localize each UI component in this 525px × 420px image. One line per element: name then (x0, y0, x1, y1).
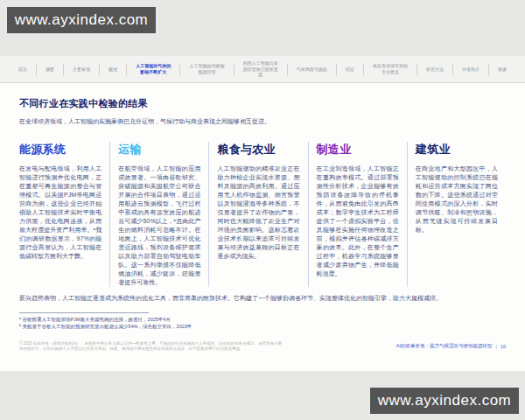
nav-divider (179, 64, 180, 75)
top-navigation: 前言 摘要 主要发现 概述 人工智能对气候的影响不断扩大 人工智能如何赋能能源转… (0, 56, 525, 83)
footnote-a: ᵃ 谷歌部署人工智能加快PJM最大美国电网的连接，路透社，2025年4月 (19, 317, 506, 324)
page-background: 前言 摘要 主要发现 概述 人工智能对气候的影响不断扩大 人工智能如何赋能能源转… (0, 0, 525, 420)
page-number: 10 (500, 344, 506, 349)
nav-tab-key-findings[interactable]: 主要发现 (70, 65, 93, 74)
nav-divider (336, 64, 337, 75)
column-body-energy: 在发电与配电领域，利用人工智能进行预测并优化电网，正在重塑可再生能源的整合与管理… (19, 164, 102, 261)
nav-tab-ai-climate-impact[interactable]: 人工智能对气候的影响不断扩大 (133, 61, 173, 77)
page-subtitle: 在全球经济领域，人工智能的实施案例已充分证明，气候行动与商业表现之间能够相互促进… (19, 117, 506, 126)
column-transport: 运输 在航空领域，人工智能的应用成效显著。一项由谷歌研究、突破能源和美国航空公司… (109, 142, 208, 287)
nav-tab-summary[interactable]: 摘要 (43, 65, 57, 74)
footnote-rule (19, 312, 149, 313)
column-body-manufacturing: 在工业制造领域，人工智能正在重构效率模式。通过部署预测性分析技术，企业能够有效预… (317, 164, 399, 278)
nav-divider (234, 64, 234, 75)
column-title-construction: 建筑业 (416, 142, 498, 158)
nav-divider (488, 64, 489, 75)
nav-divider (416, 64, 417, 75)
nav-tab-authors[interactable]: 作者简介 (459, 65, 482, 74)
column-food-agriculture: 粮食与农业 人工智能驱动的精准农业正在助力种植企业实现水资源、肥料及能源的高效利… (208, 142, 307, 287)
nav-tab-expert-opinions[interactable]: 来自各领域专家的专业意见 (370, 61, 410, 77)
column-title-manufacturing: 制造业 (317, 142, 399, 158)
nav-tab-acknowledgements[interactable]: 致谢 (495, 65, 509, 74)
watermark-top-left: www.ayxindex.com (7, 7, 156, 33)
nav-tab-methodology[interactable]: 研究方法 (424, 65, 446, 74)
page-title: 不同行业在实践中检验的结果 (19, 97, 506, 110)
industry-columns: 能源系统 在发电与配电领域，利用人工智能进行预测并优化电网，正在重塑可再生能源的… (19, 142, 506, 287)
nav-divider (126, 64, 127, 75)
column-title-agriculture: 粮食与农业 (217, 142, 299, 158)
nav-tab-ai-national-commitments[interactable]: 利用人工智能与资源转型执行国家意愿 (241, 59, 281, 80)
footnote-b: ᵇ 美航基于谷歌人工智能的预测研究显示航迹云减少54%，绿色航空资讯，2023年 (19, 324, 506, 331)
nav-divider (363, 64, 364, 75)
nav-divider (36, 64, 37, 75)
nav-divider (287, 64, 288, 75)
column-title-energy: 能源系统 (19, 142, 102, 158)
report-page: 不同行业在实践中检验的结果 在全球经济领域，人工智能的实施案例已充分证明，气候行… (0, 83, 525, 371)
footnotes: ᵃ 谷歌部署人工智能加快PJM最大美国电网的连接，路透社，2025年4月 ᵇ 美… (19, 312, 506, 330)
nav-tab-overview[interactable]: 概述 (106, 65, 120, 74)
page-footer: AI的双重价值：助力气候适应与推动能源转型 | 10 (396, 343, 506, 349)
column-body-construction: 在商业地产和大型园区中，人工智能驱动的控制系统已在能耗和运营成本方面实现了两位数… (416, 164, 498, 234)
footer-separator: | (495, 344, 496, 349)
column-title-transport: 运输 (118, 142, 200, 158)
nav-tab-ai-energy-transition[interactable]: 人工智能如何赋能能源转型 (186, 61, 227, 77)
page-bottom-row: © 2025 版权所有（保留所有权利）。本报告中的分析与观点仅供一般参考之用，不… (19, 341, 506, 352)
nav-divider (99, 64, 100, 75)
column-body-agriculture: 人工智能驱动的精准农业正在助力种植企业实现水资源、肥料及能源的高效利用。通过应用… (217, 164, 299, 261)
nav-tab-climate-risks[interactable]: 气候风险与挑战 (294, 65, 330, 74)
conclusion-paragraph: 新兴趋势表明，人工智能正逐渐成为系统性的优化工具，而非简单的附加技术。它构建了一… (19, 294, 506, 303)
nav-divider (452, 64, 453, 75)
column-energy-systems: 能源系统 在发电与配电领域，利用人工智能进行预测并优化电网，正在重塑可再生能源的… (19, 142, 109, 287)
column-body-transport: 在航空领域，人工智能的应用成效显著。一项由谷歌研究、突破能源和美国航空公司联合开… (118, 164, 200, 287)
column-construction: 建筑业 在商业地产和大型园区中，人工智能驱动的控制系统已在能耗和运营成本方面实现… (407, 142, 506, 287)
nav-tab-foreword[interactable]: 前言 (16, 65, 30, 74)
report-title-footer: AI的双重价值：助力气候适应与推动能源转型 (396, 343, 493, 349)
legal-disclaimer: © 2025 版权所有（保留所有权利）。本报告中的分析与观点仅供一般参考之用，不… (19, 341, 282, 352)
nav-divider (63, 64, 64, 75)
column-manufacturing: 制造业 在工业制造领域，人工智能正在重构效率模式。通过部署预测性分析技术，企业能… (308, 142, 407, 287)
nav-tab-conclusion[interactable]: 结论 (343, 65, 357, 74)
watermark-bottom-right: www.ayxindex.com (370, 388, 519, 414)
